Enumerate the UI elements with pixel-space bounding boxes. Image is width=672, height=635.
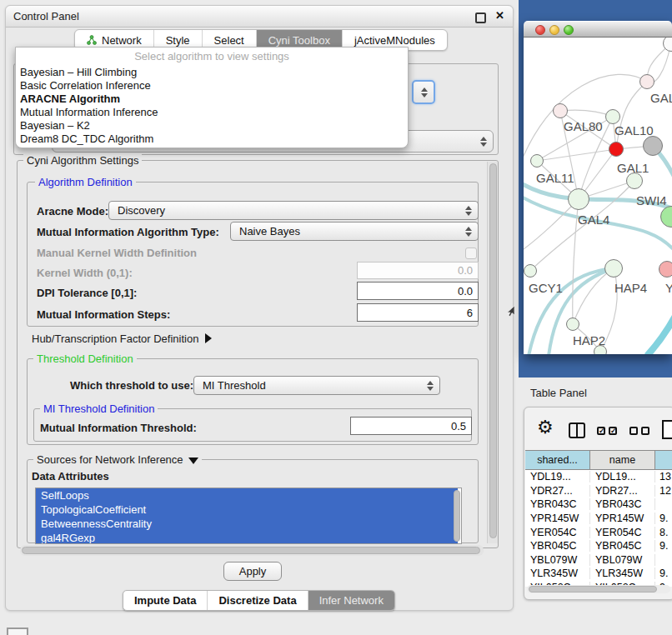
algorithm-option[interactable]: Bayesian – K2 <box>16 119 408 132</box>
checked-checkbox-icon[interactable]: ✓ <box>609 427 617 435</box>
table-row[interactable]: YDL19...YDL19...13 <box>525 470 672 484</box>
data-attribute-item[interactable]: SelfLoops <box>36 488 458 502</box>
table-row[interactable]: YBL079WYBL079W <box>525 553 672 568</box>
network-icon <box>87 35 97 45</box>
control-panel-titlebar[interactable]: Control Panel ✕ <box>6 6 513 28</box>
kernel-width-value: 0.0 <box>458 264 473 277</box>
tab-cyni-toolbox-label: Cyni Toolbox <box>268 34 330 47</box>
table-header-row: shared... name <box>525 450 672 470</box>
attribute-list-scrollbar[interactable] <box>454 490 460 542</box>
tab-impute-data[interactable]: Impute Data <box>123 591 207 610</box>
tab-discretize-data-label: Discretize Data <box>218 594 296 607</box>
mi-threshold-label: Mutual Information Threshold: <box>40 422 197 434</box>
mi-type-label: Mutual Information Algorithm Type: <box>37 226 219 238</box>
data-attribute-item[interactable]: gal4RGexp <box>36 531 458 544</box>
network-node-gal80[interactable] <box>553 103 568 118</box>
column-header-shared-name[interactable]: shared... <box>525 451 590 469</box>
table-cell: YBR043C <box>525 498 590 510</box>
network-node[interactable] <box>609 142 624 157</box>
table-cell: YDR27... <box>525 485 590 497</box>
tab-style-label: Style <box>166 34 190 47</box>
data-attribute-item[interactable]: BetweennessCentrality <box>36 517 458 531</box>
table-row[interactable]: YBR045CYBR045C9. <box>525 539 672 553</box>
aracne-mode-combo[interactable]: Discovery <box>108 201 479 220</box>
table-row[interactable]: YDR27...YDR27...12 <box>525 484 672 498</box>
algorithm-dropdown-popup: Select algorithm to view settings Bayesi… <box>15 47 409 148</box>
zoom-traffic-light-icon[interactable] <box>564 25 574 35</box>
apply-button[interactable]: Apply <box>223 562 282 581</box>
unchecked-checkbox-icon[interactable] <box>629 427 638 435</box>
algorithm-option[interactable]: Mutual Information Inference <box>16 106 408 119</box>
network-canvas[interactable]: GALGAL80GAL10GAL1GAL11SWI4GAL4GCY1HAP4YH… <box>524 38 672 354</box>
column-header-name[interactable]: name <box>590 451 655 469</box>
algorithm-option[interactable]: Bayesian – Hill Climbing <box>16 66 408 79</box>
network-node-gal10[interactable] <box>605 109 620 124</box>
kernel-width-field[interactable]: 0.0 <box>357 262 479 279</box>
sources-legend-toggle[interactable]: Sources for Network Inference <box>33 453 202 466</box>
gear-icon[interactable]: ⚙ <box>537 418 554 437</box>
data-attributes-label: Data Attributes <box>32 470 109 482</box>
network-node-gal4[interactable] <box>568 188 589 210</box>
network-node[interactable] <box>643 136 663 156</box>
combo-stepper-icon <box>480 137 487 147</box>
kernel-width-label: Kernel Width (0,1): <box>37 267 133 279</box>
network-window[interactable]: GALGAL80GAL10GAL1GAL11SWI4GAL4GCY1HAP4YH… <box>524 21 672 354</box>
tab-discretize-data[interactable]: Discretize Data <box>207 591 307 610</box>
network-window-titlebar[interactable] <box>524 21 672 38</box>
table-cell: YER054C <box>525 527 590 538</box>
network-node-hap4[interactable] <box>604 259 623 278</box>
mi-type-value: Naive Bayes <box>239 225 300 238</box>
data-attribute-item[interactable]: TopologicalCoefficient <box>36 502 458 517</box>
checked-checkbox-icon[interactable]: ✓ <box>597 427 605 435</box>
which-threshold-combo[interactable]: MI Threshold <box>193 376 440 395</box>
combo-stepper-icon <box>465 227 472 237</box>
tab-infer-network[interactable]: Infer Network <box>308 591 394 610</box>
manual-kernel-checkbox[interactable] <box>465 248 477 259</box>
settings-horizontal-scrollbar[interactable] <box>20 545 484 556</box>
mi-steps-field[interactable]: 6 <box>357 303 479 322</box>
mi-threshold-field[interactable]: 0.5 <box>350 417 472 435</box>
mi-type-combo[interactable]: Naive Bayes <box>230 222 479 241</box>
hub-section-toggle[interactable]: Hub/Transcription Factor Definition <box>32 332 212 345</box>
aracne-mode-value: Discovery <box>118 204 165 217</box>
table-cell: YER054C <box>590 527 655 538</box>
table-row[interactable]: YPR145WYPR145W9. <box>525 512 672 526</box>
algorithm-option[interactable]: Dream8 DC_TDC Algorithm <box>16 132 408 146</box>
unchecked-checkbox-icon[interactable] <box>641 427 649 435</box>
inference-algorithm-combo-fragment[interactable] <box>412 80 435 104</box>
settings-vertical-scrollbar[interactable] <box>487 162 498 543</box>
network-node-gcy1[interactable] <box>524 264 537 278</box>
minimize-traffic-light-icon[interactable] <box>549 25 559 35</box>
tab-network-label: Network <box>102 34 142 47</box>
close-traffic-light-icon[interactable] <box>535 25 545 35</box>
node-label: GAL1 <box>617 161 649 175</box>
network-node-gal[interactable] <box>639 74 654 89</box>
table-cell: YBR045C <box>590 540 655 552</box>
network-node-y[interactable] <box>659 261 672 278</box>
table-horizontal-scrollbar[interactable] <box>527 585 670 593</box>
split-view-icon[interactable] <box>569 422 585 438</box>
tab-jactivemnodules-label: jActiveMNodules <box>354 34 435 47</box>
table-cell: 9. <box>655 540 672 552</box>
column-header-clipped[interactable] <box>655 451 672 469</box>
float-window-icon[interactable] <box>475 12 486 23</box>
table-row[interactable]: YBR043CYBR043C <box>525 498 672 512</box>
table-row[interactable]: YER054CYER054C8. <box>525 525 672 539</box>
minimized-panel-icon[interactable] <box>7 628 28 635</box>
network-node-gal1[interactable] <box>626 172 643 189</box>
dpi-tolerance-field[interactable]: 0.0 <box>357 282 479 300</box>
network-node[interactable] <box>594 345 607 354</box>
close-window-icon[interactable]: ✕ <box>495 9 504 22</box>
table-cell: 13 <box>655 471 672 482</box>
table-row[interactable]: YLR345WYLR345W9. <box>525 567 672 581</box>
algorithm-dropdown-list: Bayesian – Hill ClimbingBasic Correlatio… <box>16 66 408 146</box>
network-node-gal11[interactable] <box>530 154 544 168</box>
tab-select-label: Select <box>214 34 244 47</box>
new-table-icon[interactable] <box>662 420 672 439</box>
node-label: GCY1 <box>529 281 563 295</box>
table-rows: YDL19...YDL19...13YDR27...YDR27...12YBR0… <box>525 470 672 587</box>
algorithm-option[interactable]: Basic Correlation Inference <box>16 79 408 92</box>
algorithm-option[interactable]: ARACNE Algorithm <box>16 92 408 106</box>
mi-steps-label: Mutual Information Steps: <box>37 308 170 321</box>
network-node-hap2[interactable] <box>566 318 579 331</box>
